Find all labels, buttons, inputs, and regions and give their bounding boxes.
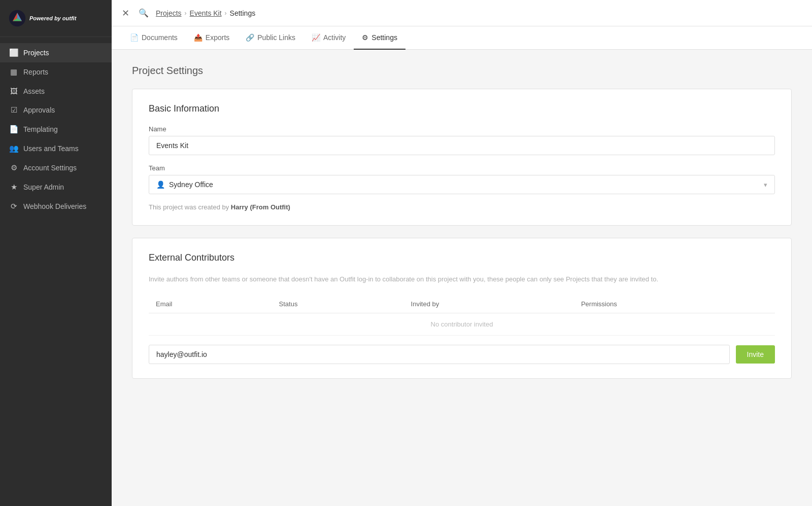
breadcrumb-sep-1: › — [185, 10, 187, 17]
breadcrumb-projects[interactable]: Projects — [156, 9, 182, 17]
team-value: Sydney Office — [169, 180, 213, 189]
public-links-tab-icon: 🔗 — [246, 33, 254, 42]
col-status: Status — [272, 295, 404, 313]
topbar: ✕ 🔍 Projects › Events Kit › Settings — [112, 0, 812, 26]
assets-icon: 🖼 — [9, 87, 18, 95]
tabs-bar: 📄 Documents 📤 Exports 🔗 Public Links 📈 A… — [112, 26, 812, 50]
tab-settings[interactable]: ⚙ Settings — [354, 26, 405, 50]
sidebar-item-users-teams[interactable]: 👥 Users and Teams — [0, 139, 112, 158]
sidebar-logo: Powered by outfit — [8, 9, 76, 27]
col-email: Email — [149, 295, 272, 313]
basic-information-card: Basic Information Name Team 👤 Sydney Off… — [132, 89, 792, 226]
projects-icon: ⬜ — [9, 48, 18, 57]
page-title: Project Settings — [132, 65, 792, 77]
settings-tab-icon: ⚙ — [362, 33, 368, 42]
sidebar-item-approvals[interactable]: ☑ Approvals — [0, 100, 112, 120]
no-contributor-message: No contributor invited — [149, 313, 775, 335]
sidebar: Powered by outfit ⬜ Projects ▦ Reports 🖼… — [0, 0, 112, 506]
breadcrumb-settings: Settings — [230, 9, 256, 17]
external-contributors-card: External Contributors Invite authors fro… — [132, 238, 792, 379]
basic-info-title: Basic Information — [149, 103, 775, 114]
exports-tab-icon: 📤 — [194, 33, 202, 42]
contributors-table: Email Status Invited by Permissions No c… — [149, 295, 775, 336]
main-area: ✕ 🔍 Projects › Events Kit › Settings 📄 D… — [112, 0, 812, 506]
chevron-down-icon: ▾ — [764, 181, 767, 189]
sidebar-item-account-settings[interactable]: ⚙ Account Settings — [0, 158, 112, 177]
sidebar-item-super-admin[interactable]: ★ Super Admin — [0, 177, 112, 197]
breadcrumb: Projects › Events Kit › Settings — [156, 9, 255, 17]
team-form-group: Team 👤 Sydney Office ▾ — [149, 164, 775, 194]
users-teams-icon: 👥 — [9, 144, 18, 153]
sidebar-item-webhook-deliveries[interactable]: ⟳ Webhook Deliveries — [0, 197, 112, 216]
outfit-logo-icon — [8, 9, 26, 27]
invite-email-input[interactable] — [149, 345, 730, 364]
search-button[interactable]: 🔍 — [139, 8, 149, 18]
tab-activity[interactable]: 📈 Activity — [303, 26, 354, 50]
created-by-text: This project was created by Harry (From … — [149, 203, 775, 211]
sidebar-nav: ⬜ Projects ▦ Reports 🖼 Assets ☑ Approval… — [0, 37, 112, 506]
no-contributor-row: No contributor invited — [149, 313, 775, 335]
creator-name: Harry (From Outfit) — [231, 203, 290, 211]
powered-by-text: Powered by outfit — [29, 15, 76, 22]
breadcrumb-events-kit[interactable]: Events Kit — [190, 9, 222, 17]
super-admin-icon: ★ — [9, 183, 18, 192]
webhook-icon: ⟳ — [9, 202, 18, 211]
name-input[interactable] — [149, 136, 775, 155]
templating-icon: 📄 — [9, 125, 18, 134]
sidebar-item-reports[interactable]: ▦ Reports — [0, 62, 112, 82]
col-invited-by: Invited by — [404, 295, 574, 313]
ext-contrib-title: External Contributors — [149, 252, 775, 263]
sidebar-item-assets[interactable]: 🖼 Assets — [0, 82, 112, 100]
team-select[interactable]: 👤 Sydney Office ▾ — [149, 175, 775, 194]
page-content: Project Settings Basic Information Name … — [112, 50, 812, 506]
col-permissions: Permissions — [574, 295, 775, 313]
tab-documents[interactable]: 📄 Documents — [122, 26, 186, 50]
sidebar-item-projects[interactable]: ⬜ Projects — [0, 43, 112, 62]
tab-public-links[interactable]: 🔗 Public Links — [238, 26, 303, 50]
team-person-icon: 👤 — [156, 180, 165, 189]
approvals-icon: ☑ — [9, 105, 18, 115]
tab-exports[interactable]: 📤 Exports — [186, 26, 238, 50]
close-button[interactable]: ✕ — [122, 8, 129, 19]
name-label: Name — [149, 125, 775, 133]
documents-tab-icon: 📄 — [130, 33, 139, 42]
reports-icon: ▦ — [9, 67, 18, 77]
activity-tab-icon: 📈 — [312, 33, 320, 42]
team-label: Team — [149, 164, 775, 172]
invite-row: Invite — [149, 345, 775, 364]
ext-contrib-description: Invite authors from other teams or someo… — [149, 274, 775, 285]
content-wrapper: 📄 Documents 📤 Exports 🔗 Public Links 📈 A… — [112, 26, 812, 506]
account-settings-icon: ⚙ — [9, 163, 18, 172]
invite-button[interactable]: Invite — [736, 345, 775, 364]
breadcrumb-sep-2: › — [225, 10, 227, 17]
name-form-group: Name — [149, 125, 775, 155]
sidebar-item-templating[interactable]: 📄 Templating — [0, 120, 112, 139]
sidebar-header: Powered by outfit — [0, 0, 112, 37]
